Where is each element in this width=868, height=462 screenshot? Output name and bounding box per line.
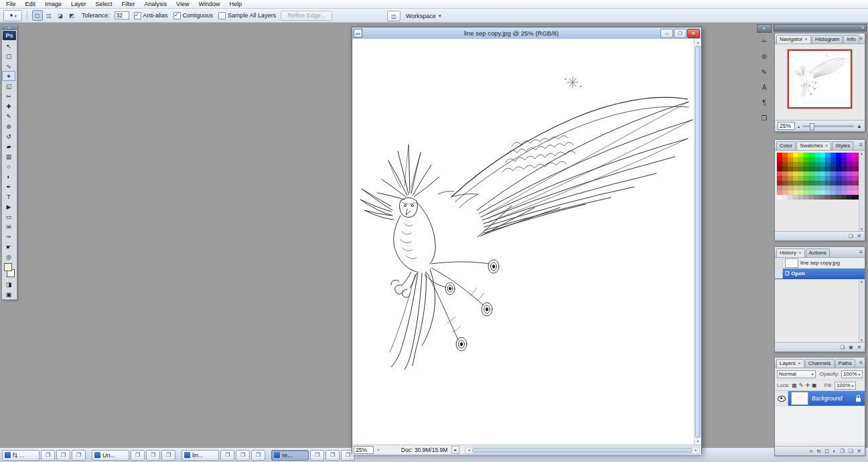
swatch[interactable] — [788, 181, 793, 185]
maximize-button[interactable]: ❐ — [674, 29, 686, 38]
new-layer-icon[interactable]: ❏ — [849, 447, 853, 455]
swatch[interactable] — [782, 162, 788, 167]
swatch[interactable] — [777, 185, 782, 190]
swatch[interactable] — [820, 153, 825, 157]
menu-layer[interactable]: Layer — [66, 1, 91, 7]
color-chips[interactable] — [2, 263, 17, 278]
swatch[interactable] — [841, 181, 847, 185]
taskbar-sub-button[interactable]: ❐ — [161, 450, 175, 461]
swatch[interactable] — [793, 195, 798, 200]
swatch[interactable] — [782, 171, 788, 176]
swatch[interactable] — [804, 167, 809, 171]
zoom-level-field[interactable]: 25% — [354, 446, 374, 454]
swatch[interactable] — [804, 190, 809, 195]
swatch[interactable] — [847, 195, 852, 200]
panel-menu-icon[interactable]: ≡ — [859, 250, 863, 255]
taskbar-sub-button[interactable]: ❐ — [310, 450, 324, 461]
swatch[interactable] — [809, 185, 814, 190]
swatch[interactable] — [809, 181, 814, 185]
foreground-color-chip[interactable] — [4, 263, 12, 271]
swatch[interactable] — [798, 171, 804, 176]
notes-tool[interactable]: ✉ — [2, 222, 15, 232]
swatch[interactable] — [814, 153, 820, 157]
history-step-row[interactable]: ❒ Open — [775, 268, 865, 279]
refine-edge-button[interactable]: Refine Edge... — [281, 11, 332, 21]
swatch[interactable] — [825, 167, 830, 171]
history-source-cell[interactable] — [775, 258, 783, 268]
horizontal-scrollbar[interactable]: ◄ ► — [465, 447, 700, 454]
swatch[interactable] — [830, 167, 836, 171]
swatch[interactable] — [793, 171, 798, 176]
tolerance-input[interactable] — [115, 11, 129, 19]
swatch[interactable] — [820, 181, 825, 185]
swatch[interactable] — [825, 195, 830, 200]
swatch[interactable] — [804, 157, 809, 162]
swatch[interactable] — [798, 195, 804, 200]
subtract-from-selection-icon[interactable]: ◪ — [55, 10, 66, 21]
swatch[interactable] — [814, 181, 820, 185]
tool-presets-panel-icon[interactable]: ✎ — [757, 66, 771, 78]
swatch[interactable] — [847, 167, 852, 171]
swatch[interactable] — [841, 185, 847, 190]
swatch[interactable] — [809, 176, 814, 181]
swatch[interactable] — [782, 153, 788, 157]
new-swatch-icon[interactable]: ❏ — [849, 232, 853, 240]
swatch[interactable] — [777, 190, 782, 195]
swatch[interactable] — [836, 157, 841, 162]
spinner-arrow-icon[interactable]: ▸ — [859, 372, 861, 376]
swatch[interactable] — [820, 190, 825, 195]
swatch[interactable] — [852, 176, 857, 181]
swatch[interactable] — [836, 185, 841, 190]
swatch[interactable] — [793, 190, 798, 195]
swatch[interactable] — [809, 190, 814, 195]
navigator-zoom-slider[interactable] — [802, 125, 854, 127]
swatch[interactable] — [814, 157, 820, 162]
taskbar-sub-button[interactable]: ❐ — [220, 450, 234, 461]
menu-help[interactable]: Help — [224, 1, 246, 7]
tab-paths[interactable]: Paths — [835, 359, 855, 368]
swatch[interactable] — [847, 162, 852, 167]
crop-tool[interactable]: ◱ — [2, 81, 15, 91]
workspace-dropdown[interactable]: Workspace ▼ — [406, 13, 442, 19]
fill-field[interactable]: 100% ▸ — [835, 382, 856, 390]
swatch[interactable] — [836, 190, 841, 195]
swatch[interactable] — [814, 176, 820, 181]
swatch[interactable] — [798, 157, 804, 162]
tab-navigator[interactable]: Navigator× — [776, 35, 811, 44]
swatch[interactable] — [793, 185, 798, 190]
swatch[interactable] — [814, 162, 820, 167]
menu-window[interactable]: Window — [194, 1, 224, 7]
scroll-up-icon[interactable]: ▲ — [860, 151, 863, 155]
swatch[interactable] — [809, 195, 814, 200]
swatch[interactable] — [793, 176, 798, 181]
swatch[interactable] — [852, 185, 857, 190]
swatch[interactable] — [825, 153, 830, 157]
layer-row-background[interactable]: Background — [775, 391, 865, 406]
scroll-right-icon[interactable]: ► — [693, 447, 699, 453]
dodge-tool[interactable]: ◐ — [2, 171, 15, 181]
swatch[interactable] — [847, 181, 852, 185]
shape-tool[interactable]: ▭ — [2, 212, 15, 222]
lock-image-pixels-icon[interactable]: ✎ — [799, 382, 804, 389]
character-panel-icon[interactable]: A — [757, 82, 771, 93]
swatch[interactable] — [782, 185, 788, 190]
layer-mask-icon[interactable]: ◻ — [824, 447, 828, 455]
zoom-tool[interactable]: ◎ — [2, 252, 15, 262]
swatch[interactable] — [798, 162, 804, 167]
dock-collapse-right-handle[interactable]: » — [774, 24, 867, 31]
document-titlebar[interactable]: ps line sep copy.jpg @ 25% (RGB/8) – ❐ ✕ — [352, 27, 701, 39]
swatch[interactable] — [852, 171, 857, 176]
slice-tool[interactable]: ✂ — [2, 91, 15, 101]
delete-swatch-icon[interactable]: ✕ — [857, 232, 861, 240]
swatch[interactable] — [820, 171, 825, 176]
quick-mask-mode-icon[interactable]: ◨ — [2, 279, 15, 289]
swatch[interactable] — [798, 185, 804, 190]
add-to-selection-icon[interactable]: ◫ — [44, 10, 54, 21]
swatch[interactable] — [836, 181, 841, 185]
navigator-zoom-field[interactable]: 25% — [778, 122, 795, 130]
swatch[interactable] — [841, 190, 847, 195]
swatch[interactable] — [814, 171, 820, 176]
navigator-thumbnail[interactable] — [788, 50, 852, 108]
hand-tool[interactable]: ☛ — [2, 242, 15, 252]
history-brush-tool[interactable]: ↺ — [2, 131, 15, 141]
